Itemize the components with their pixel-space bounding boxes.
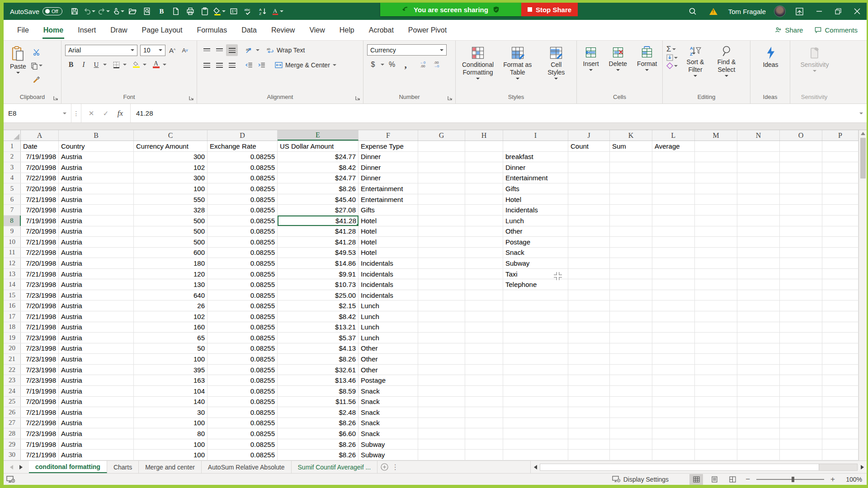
cell-G19[interactable] [418, 333, 465, 343]
cell-D14[interactable]: 0.08255 [208, 279, 278, 290]
cell-J22[interactable] [568, 365, 610, 375]
cell-A1[interactable]: Date [21, 141, 59, 151]
middle-align-button[interactable] [213, 44, 225, 56]
underline-button[interactable]: U [90, 59, 102, 70]
cell-L1[interactable]: Average [652, 141, 695, 151]
cell-B19[interactable]: Austria [59, 333, 134, 343]
cell-L30[interactable] [652, 450, 695, 460]
cell-I13[interactable]: Taxi [503, 269, 568, 279]
sheet-tab-options[interactable]: ⋮ [391, 461, 399, 473]
cell-N3[interactable] [737, 162, 780, 173]
col-header-O[interactable]: O [780, 130, 822, 141]
cell-H23[interactable] [465, 375, 503, 385]
cell-E28[interactable]: $6.60 [278, 428, 359, 439]
cell-K9[interactable] [610, 226, 652, 237]
align-left-button[interactable] [201, 59, 212, 71]
cell-P10[interactable] [822, 237, 859, 247]
col-header-E[interactable]: E [278, 130, 359, 141]
cell-A10[interactable]: 7/21/1998 [21, 237, 59, 247]
cell-F11[interactable]: Hotel [359, 248, 418, 258]
cell-I20[interactable] [503, 343, 568, 354]
cell-D6[interactable]: 0.08255 [208, 194, 278, 205]
cell-D30[interactable]: 0.08255 [208, 450, 278, 460]
cell-N18[interactable] [737, 322, 780, 333]
borders-button[interactable] [110, 59, 122, 70]
cell-D5[interactable]: 0.08255 [208, 183, 278, 194]
cell-E6[interactable]: $45.40 [278, 194, 359, 205]
cell-J7[interactable] [568, 205, 610, 215]
cell-D16[interactable]: 0.08255 [208, 300, 278, 311]
cell-F6[interactable]: Entertainment [359, 194, 418, 205]
cell-P9[interactable] [822, 226, 859, 237]
cell-L22[interactable] [652, 365, 695, 375]
col-header-G[interactable]: G [418, 130, 465, 141]
cell-H29[interactable] [465, 439, 503, 450]
cell-M19[interactable] [695, 333, 737, 343]
vertical-scrollbar[interactable] [859, 130, 867, 460]
cell-J9[interactable] [568, 226, 610, 237]
cell-N21[interactable] [737, 354, 780, 364]
col-header-N[interactable]: N [737, 130, 780, 141]
cell-J6[interactable] [568, 194, 610, 205]
cell-D23[interactable]: 0.08255 [208, 375, 278, 385]
cell-E24[interactable]: $8.59 [278, 386, 359, 396]
cell-C11[interactable]: 600 [134, 248, 208, 258]
cell-E13[interactable]: $9.91 [278, 269, 359, 279]
cell-K2[interactable] [610, 152, 652, 162]
row-header-25[interactable]: 25 [4, 397, 21, 407]
cell-M27[interactable] [695, 418, 737, 428]
cell-J21[interactable] [568, 354, 610, 364]
cell-L21[interactable] [652, 354, 695, 364]
cell-N14[interactable] [737, 279, 780, 290]
cell-A15[interactable]: 7/23/1998 [21, 290, 59, 300]
cell-P6[interactable] [822, 194, 859, 205]
sort-filter-button[interactable]: AZ Sort & Filter [681, 44, 709, 79]
cell-H12[interactable] [465, 258, 503, 268]
col-header-H[interactable]: H [465, 130, 503, 141]
clear-button[interactable] [666, 62, 678, 69]
cell-C29[interactable]: 100 [134, 439, 208, 450]
cell-E21[interactable]: $8.26 [278, 354, 359, 364]
cell-B20[interactable]: Austria [59, 343, 134, 354]
font-color-caret[interactable] [163, 64, 166, 66]
cell-O24[interactable] [780, 386, 822, 396]
cell-M21[interactable] [695, 354, 737, 364]
cell-I19[interactable] [503, 333, 568, 343]
cell-N17[interactable] [737, 311, 780, 322]
scroll-left-arrow[interactable] [531, 465, 540, 469]
confirm-entry-button[interactable]: ✓ [99, 107, 112, 120]
col-header-K[interactable]: K [610, 130, 652, 141]
page-break-view-button[interactable] [726, 474, 739, 485]
cell-G2[interactable] [418, 152, 465, 162]
cell-H11[interactable] [465, 248, 503, 258]
cell-J2[interactable] [568, 152, 610, 162]
cell-E22[interactable]: $32.61 [278, 365, 359, 375]
bold-button[interactable]: B [155, 5, 168, 18]
cell-H25[interactable] [465, 397, 503, 407]
cell-J8[interactable] [568, 216, 610, 226]
cell-F14[interactable]: Incidentals [359, 279, 418, 290]
cell-C26[interactable]: 30 [134, 407, 208, 418]
format-as-table-button[interactable]: Format as Table [500, 44, 535, 81]
formula-input[interactable]: 41.28 [131, 104, 856, 122]
sheet-nav-right-icon[interactable] [19, 465, 23, 469]
close-button[interactable] [848, 3, 867, 20]
cell-F16[interactable]: Lunch [359, 300, 418, 311]
font-color-button[interactable]: A [270, 5, 284, 18]
scroll-right-arrow[interactable] [858, 465, 867, 469]
cell-J28[interactable] [568, 428, 610, 439]
cell-O23[interactable] [780, 375, 822, 385]
cell-O1[interactable] [780, 141, 822, 151]
cell-K20[interactable] [610, 343, 652, 354]
cell-J4[interactable] [568, 173, 610, 183]
cell-M1[interactable] [695, 141, 737, 151]
cell-J15[interactable] [568, 290, 610, 300]
row-header-24[interactable]: 24 [4, 386, 21, 396]
cell-G30[interactable] [418, 450, 465, 460]
cell-L20[interactable] [652, 343, 695, 354]
cell-B8[interactable]: Austria [59, 216, 134, 226]
font-family-combo[interactable]: Arial [65, 45, 137, 56]
cell-L6[interactable] [652, 194, 695, 205]
cell-E27[interactable]: $8.26 [278, 418, 359, 428]
stop-share-button[interactable]: Stop Share [521, 3, 578, 16]
